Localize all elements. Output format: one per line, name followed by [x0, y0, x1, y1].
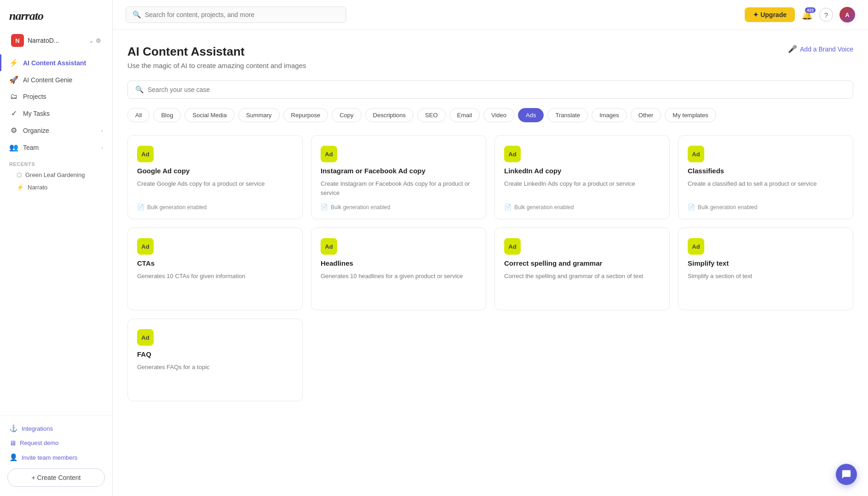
card-description: Generates FAQs for a topic — [137, 363, 293, 393]
workspace-switcher[interactable]: N NarratoD... ⌄ ⚙ — [4, 30, 109, 51]
topbar-right: ✦ Upgrade 🔔 422 ? A — [745, 7, 855, 23]
add-brand-voice-button[interactable]: 🎤 Add a Brand Voice — [788, 45, 853, 53]
check-icon: ✓ — [9, 109, 18, 118]
sidebar-bottom: ⚓ Integrations 🖥 Request demo 👤 Invite t… — [0, 415, 112, 496]
card-simplify-text[interactable]: Ad Simplify text Simplify a section of t… — [678, 228, 853, 310]
recent-item-narrato[interactable]: ⚡ Narrato — [0, 181, 112, 194]
card-title: Simplify text — [688, 259, 844, 267]
help-button[interactable]: ? — [819, 8, 833, 22]
workspace-name: NarratoD... — [28, 37, 85, 44]
document-icon: 📄 — [504, 204, 512, 211]
card-title: FAQ — [137, 350, 293, 358]
card-title: LinkedIn Ad copy — [504, 167, 660, 175]
bulk-label: Bulk generation enabled — [147, 204, 207, 211]
document-icon: 📄 — [137, 204, 144, 211]
request-demo-label: Request demo — [20, 439, 59, 446]
usecase-search[interactable]: 🔍 — [127, 80, 853, 99]
request-demo-link[interactable]: 🖥 Request demo — [7, 436, 105, 450]
card-bulk-badge: 📄 Bulk generation enabled — [688, 204, 844, 211]
card-title: Instagram or Facebook Ad copy — [321, 167, 477, 175]
card-description: Create Google Ads copy for a product or … — [137, 179, 293, 197]
monitor-icon: 🖥 — [9, 439, 16, 447]
notifications-button[interactable]: 🔔 422 — [801, 9, 813, 20]
card-description: Correct the spelling and grammar of a se… — [504, 272, 660, 302]
card-linkedin-ad-copy[interactable]: Ad LinkedIn Ad copy Create LinkedIn Ads … — [494, 135, 670, 219]
topbar: 🔍 ✦ Upgrade 🔔 422 ? A — [113, 0, 868, 30]
card-icon: Ad — [321, 238, 337, 255]
sidebar-item-label: AI Content Genie — [23, 76, 72, 84]
card-bulk-badge: 📄 Bulk generation enabled — [504, 204, 660, 211]
card-ctas[interactable]: Ad CTAs Generates 10 CTAs for given info… — [127, 228, 303, 310]
settings-icon[interactable]: ⚙ — [96, 37, 101, 44]
filter-tab-social-media[interactable]: Social Media — [184, 108, 234, 122]
sidebar-item-ai-content-genie[interactable]: 🚀 AI Content Genie — [0, 71, 112, 88]
card-description: Create a classified ad to sell a product… — [688, 179, 844, 197]
card-google-ad-copy[interactable]: Ad Google Ad copy Create Google Ads copy… — [127, 135, 303, 219]
filter-tab-seo[interactable]: SEO — [417, 108, 445, 122]
workspace-icons: ⌄ ⚙ — [89, 37, 101, 44]
card-icon: Ad — [137, 238, 154, 255]
filter-tab-blog[interactable]: Blog — [153, 108, 181, 122]
chevron-right-icon: › — [101, 128, 103, 133]
invite-team-label: Invite team members — [22, 454, 77, 461]
sidebar-item-projects[interactable]: 🗂 Projects — [0, 88, 112, 105]
global-search[interactable]: 🔍 — [126, 6, 346, 23]
filter-tab-video[interactable]: Video — [483, 108, 514, 122]
filter-tab-all[interactable]: All — [127, 108, 149, 122]
search-input[interactable] — [145, 11, 339, 18]
microphone-icon: 🎤 — [788, 45, 797, 53]
card-title: Classifieds — [688, 167, 844, 175]
card-headlines[interactable]: Ad Headlines Generates 10 headlines for … — [311, 228, 486, 310]
page-title: AI Content Assistant — [127, 45, 306, 59]
filter-tab-email[interactable]: Email — [449, 108, 480, 122]
card-description: Generates 10 headlines for a given produ… — [321, 272, 477, 302]
sidebar-item-label: Organize — [23, 127, 49, 134]
card-title: Correct spelling and grammar — [504, 259, 660, 267]
usecase-search-input[interactable] — [148, 86, 845, 93]
filter-tab-translate[interactable]: Translate — [547, 108, 588, 122]
filter-tab-other[interactable]: Other — [631, 108, 661, 122]
sidebar-item-my-tasks[interactable]: ✓ My Tasks — [0, 105, 112, 122]
workspace-avatar: N — [11, 34, 24, 47]
app-logo: narrato — [0, 0, 112, 30]
recent-item-label: Green Leaf Gardening — [25, 171, 85, 178]
bulk-label: Bulk generation enabled — [514, 204, 574, 211]
lightning-icon: ⚡ — [17, 184, 24, 191]
filter-tab-summary[interactable]: Summary — [238, 108, 280, 122]
lightning-icon: ⚡ — [9, 58, 18, 67]
gear-icon: ⚙ — [9, 126, 18, 135]
page-header: AI Content Assistant Use the magic of AI… — [127, 45, 853, 69]
card-title: Headlines — [321, 259, 477, 267]
filter-tab-my-templates[interactable]: My templates — [665, 108, 716, 122]
card-description: Create Instagram or Facebook Ads copy fo… — [321, 179, 477, 197]
hex-icon: ⬡ — [17, 171, 22, 178]
help-icon: ? — [824, 11, 828, 19]
filter-tab-descriptions[interactable]: Descriptions — [365, 108, 414, 122]
filter-tab-copy[interactable]: Copy — [332, 108, 361, 122]
sidebar-item-label: AI Content Assistant — [23, 59, 86, 67]
upgrade-button[interactable]: ✦ Upgrade — [745, 7, 795, 22]
filter-tab-repurpose[interactable]: Repurpose — [283, 108, 328, 122]
card-description: Simplify a section of text — [688, 272, 844, 302]
create-content-button[interactable]: + Create Content — [7, 468, 105, 487]
recents-label: Recents — [0, 156, 112, 169]
card-faq[interactable]: Ad FAQ Generates FAQs for a topic — [127, 319, 303, 401]
sidebar-item-ai-content-assistant[interactable]: ⚡ AI Content Assistant — [0, 54, 112, 71]
card-classifieds[interactable]: Ad Classifieds Create a classified ad to… — [678, 135, 853, 219]
anchor-icon: ⚓ — [9, 424, 18, 433]
card-description: Create LinkedIn Ads copy for a product o… — [504, 179, 660, 197]
integrations-link[interactable]: ⚓ Integrations — [7, 421, 105, 436]
filter-tab-ads[interactable]: Ads — [518, 108, 544, 122]
search-icon: 🔍 — [132, 11, 141, 19]
card-instagram-facebook-ad-copy[interactable]: Ad Instagram or Facebook Ad copy Create … — [311, 135, 486, 219]
sidebar-item-team[interactable]: 👥 Team › — [0, 139, 112, 156]
filter-tab-images[interactable]: Images — [592, 108, 627, 122]
recent-item-green-leaf[interactable]: ⬡ Green Leaf Gardening — [0, 169, 112, 181]
create-content-label: + Create Content — [31, 474, 80, 481]
upgrade-label: ✦ Upgrade — [753, 11, 787, 18]
user-avatar[interactable]: A — [839, 7, 855, 23]
invite-team-link[interactable]: 👤 Invite team members — [7, 450, 105, 465]
chat-bubble-button[interactable] — [836, 464, 857, 485]
card-correct-spelling-grammar[interactable]: Ad Correct spelling and grammar Correct … — [494, 228, 670, 310]
sidebar-item-organize[interactable]: ⚙ Organize › — [0, 122, 112, 139]
